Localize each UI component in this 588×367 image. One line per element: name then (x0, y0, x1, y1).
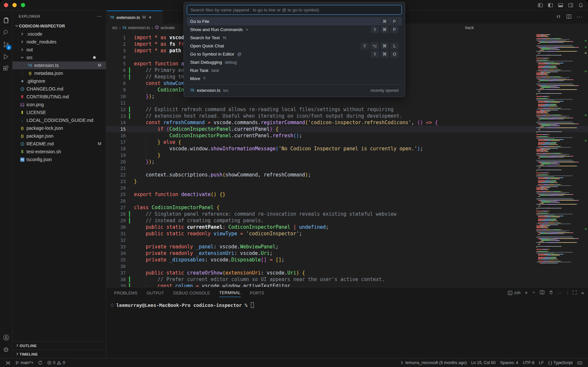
explorer-root-folder[interactable]: CODICON-INSPECTOR (12, 22, 106, 30)
split-terminal-icon[interactable] (540, 290, 545, 296)
panel-more-actions-icon[interactable]: ··· (558, 291, 563, 295)
explorer-icon[interactable] (1, 14, 12, 26)
code-line-34[interactable]: 34 private readonly _extensionUri: vscod… (106, 250, 588, 257)
explorer-item-icon.png[interactable]: icon.png (12, 101, 106, 108)
outline-section[interactable]: OUTLINE (12, 341, 106, 350)
open-changes-icon[interactable] (556, 14, 561, 21)
panel-tab-problems[interactable]: PROBLEMS (114, 290, 138, 297)
eol-status[interactable]: LF (537, 360, 546, 365)
code-line-12[interactable]: 12 // Explicit refresh command allows re… (106, 106, 588, 113)
palette-item-go-to-symbol-in-editor[interactable]: Go to Symbol in Editor@⇧⌘O (187, 50, 402, 58)
code-line-14[interactable]: 14 const refreshCommand = vscode.command… (106, 119, 588, 126)
code-line-19[interactable]: 19 } (106, 152, 588, 158)
code-line-28[interactable]: 28 // Singleton panel reference: command… (106, 211, 588, 217)
code-line-24[interactable]: 24 (106, 185, 588, 191)
code-line-35[interactable]: 35 private _disposables: vscode.Disposab… (106, 257, 588, 263)
explorer-item-README.md[interactable]: README.mdM (12, 140, 106, 148)
source-control-icon[interactable]: 3 (1, 39, 12, 51)
code-line-11[interactable]: 11 (106, 100, 588, 106)
copilot-icon[interactable] (575, 360, 585, 365)
code-line-31[interactable]: 31 public static readonly viewType = 'co… (106, 230, 588, 237)
code-line-20[interactable]: 20 }); (106, 158, 588, 165)
minimap[interactable] (536, 34, 583, 264)
code-line-15[interactable]: 15 if (CodiconInspectorPanel.currentPane… (106, 126, 588, 132)
explorer-item-.vscode[interactable]: .vscode (12, 30, 106, 38)
tab-extension-ts[interactable]: TS extension.ts M × (107, 10, 162, 24)
zoom-window-button[interactable] (21, 3, 25, 7)
git-blame-status[interactable]: lemurra_microsoft (5 months ago) (398, 360, 469, 365)
more-actions-icon[interactable]: ··· (577, 14, 583, 20)
branch-status[interactable]: main*+ (13, 359, 36, 367)
extensions-icon[interactable] (1, 63, 12, 75)
encoding-status[interactable]: UTF-8 (521, 360, 537, 365)
settings-gear-icon[interactable]: ⚙ (1, 343, 12, 356)
recent-file-row[interactable]: TS extension.ts src recently opened (187, 86, 402, 94)
code-line-18[interactable]: 18 vscode.window.showInformationMessage(… (106, 145, 588, 152)
code-line-36[interactable]: 36 (106, 263, 588, 270)
code-line-22[interactable]: 22 context.subscriptions.push(showComman… (106, 172, 588, 178)
overview-ruler[interactable] (584, 32, 587, 287)
explorer-item-CONTRIBUTING.md[interactable]: CONTRIBUTING.md (12, 93, 106, 101)
explorer-item-out[interactable]: out (12, 46, 106, 54)
palette-item-search-for-text[interactable]: Search for Text% (187, 34, 402, 42)
palette-item-go-to-file[interactable]: Go to File⌘P (187, 17, 402, 25)
code-line-29[interactable]: 29 // instead of creating competing pane… (106, 217, 588, 224)
cursor-position-status[interactable]: Ln 15, Col 50 (469, 360, 498, 365)
accounts-icon[interactable] (1, 331, 12, 343)
panel-tab-debug-console[interactable]: DEBUG CONSOLE (173, 290, 210, 297)
explorer-item-test-extension.sh[interactable]: $test-extension.sh (12, 148, 106, 156)
search-icon[interactable] (1, 26, 12, 39)
kill-terminal-icon[interactable] (549, 290, 553, 296)
code-line-21[interactable]: 21 (106, 165, 588, 172)
explorer-item-extension.ts[interactable]: TSextension.tsM (12, 61, 106, 69)
code-line-16[interactable]: 16 CodiconInspectorPanel.currentPanel.re… (106, 132, 588, 139)
panel-tab-terminal[interactable]: TERMINAL (219, 289, 241, 297)
explorer-item-src[interactable]: src (12, 54, 106, 61)
explorer-item-metadata.json[interactable]: {}metadata.json (12, 69, 106, 77)
sync-changes-button[interactable] (36, 359, 45, 367)
code-line-17[interactable]: 17 } else { (106, 139, 588, 145)
close-panel-icon[interactable]: × (581, 290, 584, 296)
toggle-panel-icon[interactable] (558, 2, 563, 8)
explorer-item-package.json[interactable]: {}package.json (12, 132, 106, 140)
palette-item-more[interactable]: More? (187, 75, 402, 83)
explorer-more-actions-icon[interactable]: ⋯ (97, 13, 102, 19)
explorer-item-CHANGELOG.md[interactable]: CHANGELOG.md (12, 85, 106, 93)
customize-layout-icon[interactable] (537, 2, 543, 8)
split-editor-icon[interactable] (566, 14, 572, 21)
breadcrumb-segment[interactable]: extension.ts (128, 25, 150, 30)
code-line-38[interactable]: 38 // Prefer current editor column so UI… (106, 276, 588, 283)
panel-tab-output[interactable]: OUTPUT (147, 290, 164, 297)
explorer-item-tsconfig.json[interactable]: TStsconfig.json (12, 156, 106, 163)
panel-tab-ports[interactable]: PORTS (250, 290, 264, 297)
palette-item-run-task[interactable]: Run Tasktask (187, 66, 402, 75)
new-terminal-icon[interactable]: + (525, 290, 528, 296)
terminal-dropdown-icon[interactable] (532, 291, 535, 295)
maximize-panel-icon[interactable] (572, 290, 577, 296)
explorer-item-LOCAL_CODICONS_GUIDE.md[interactable]: ↓LOCAL_CODICONS_GUIDE.md (12, 116, 106, 124)
minimize-window-button[interactable] (12, 3, 17, 7)
breadcrumb-segment[interactable]: src (112, 25, 118, 30)
problems-status[interactable]: 0 0 (45, 359, 67, 367)
quick-open-input[interactable] (187, 5, 402, 15)
explorer-item-LICENSE[interactable]: LICENSE (12, 108, 106, 116)
explorer-item-package-lock.json[interactable]: {}package-lock.json (12, 124, 106, 132)
code-line-13[interactable]: 13 // extension host reload. Useful when… (106, 113, 588, 119)
close-tab-icon[interactable]: × (149, 15, 151, 20)
explorer-item-node_modules[interactable]: node_modules (12, 38, 106, 46)
code-line-30[interactable]: 30 public static currentPanel: CodiconIn… (106, 224, 588, 230)
code-line-32[interactable]: 32 (106, 237, 588, 243)
indentation-status[interactable]: Spaces: 4 (498, 360, 521, 365)
palette-item-open-quick-chat[interactable]: Open Quick Chat⇧⌥⌘L (187, 42, 402, 50)
close-window-button[interactable] (4, 3, 8, 7)
code-line-26[interactable]: 26 (106, 198, 588, 204)
palette-item-start-debugging[interactable]: Start Debuggingdebug (187, 58, 402, 66)
toggle-primary-sidebar-icon[interactable] (547, 2, 553, 8)
code-line-27[interactable]: 27class CodiconInspectorPanel { (106, 204, 588, 211)
notifications-bell-icon[interactable] (578, 2, 583, 8)
toggle-secondary-sidebar-icon[interactable] (568, 2, 573, 8)
code-line-33[interactable]: 33 private readonly _panel: vscode.Webvi… (106, 243, 588, 250)
code-line-39[interactable]: 39 const column = vscode.window.activeTe… (106, 283, 588, 287)
code-line-37[interactable]: 37 public static createOrShow(extensionU… (106, 270, 588, 276)
code-line-23[interactable]: 23} (106, 178, 588, 185)
